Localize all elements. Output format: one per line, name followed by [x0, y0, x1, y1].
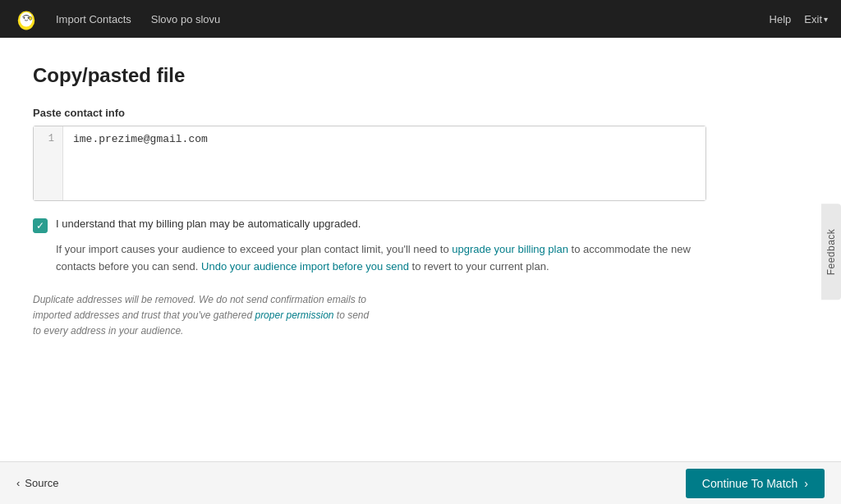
nav-links: Import Contacts Slovo po slovu [56, 13, 770, 25]
billing-text-1: If your import causes your audience to e… [56, 243, 452, 255]
page-title: Copy/pasted file [33, 64, 808, 87]
paste-input[interactable]: ime.prezime@gmail.com [63, 126, 705, 200]
proper-permission-link[interactable]: proper permission [255, 309, 333, 321]
nav-import-contacts[interactable]: Import Contacts [56, 13, 131, 25]
svg-point-2 [23, 17, 25, 19]
paste-section-label: Paste contact info [33, 107, 808, 119]
checkbox-label: I understand that my billing plan may be… [56, 218, 361, 230]
nav-slovo-po-slovu[interactable]: Slovo po slovu [151, 13, 221, 25]
chevron-left-icon: ‹ [16, 477, 20, 489]
paste-area-wrapper: 1 ime.prezime@gmail.com [33, 126, 706, 201]
svg-point-3 [28, 17, 30, 19]
feedback-tab-container: Feedback [821, 204, 841, 300]
undo-import-link[interactable]: Undo your audience import before you sen… [201, 260, 409, 273]
line-numbers: 1 [34, 126, 63, 200]
chevron-right-icon: › [804, 477, 808, 490]
main-content: Copy/pasted file Paste contact info 1 im… [0, 38, 841, 461]
nav-help[interactable]: Help [770, 13, 792, 25]
disclaimer: Duplicate addresses will be removed. We … [33, 292, 378, 340]
continue-to-match-button[interactable]: Continue To Match › [686, 469, 825, 498]
billing-text-3: to revert to your current plan. [409, 260, 549, 273]
svg-point-4 [30, 16, 32, 20]
chevron-down-icon: ▾ [824, 15, 828, 24]
billing-upgrade-checkbox[interactable]: ✓ [33, 218, 48, 233]
checkbox-section: ✓ I understand that my billing plan may … [33, 218, 706, 276]
top-navigation: Import Contacts Slovo po slovu Help Exit… [0, 0, 841, 38]
back-label: Source [25, 477, 58, 489]
checkmark-icon: ✓ [36, 221, 44, 231]
billing-info: If your import causes your audience to e… [33, 241, 706, 276]
nav-exit[interactable]: Exit ▾ [804, 13, 828, 25]
mailchimp-logo[interactable] [13, 6, 39, 32]
bottom-bar: ‹ Source Continue To Match › [0, 461, 841, 504]
continue-label: Continue To Match [702, 477, 797, 490]
back-button[interactable]: ‹ Source [16, 477, 59, 489]
feedback-tab[interactable]: Feedback [821, 204, 841, 300]
checkbox-row: ✓ I understand that my billing plan may … [33, 218, 706, 233]
paste-area: 1 ime.prezime@gmail.com [34, 126, 705, 200]
upgrade-billing-link[interactable]: upgrade your billing plan [452, 243, 568, 255]
nav-right: Help Exit ▾ [770, 13, 828, 25]
